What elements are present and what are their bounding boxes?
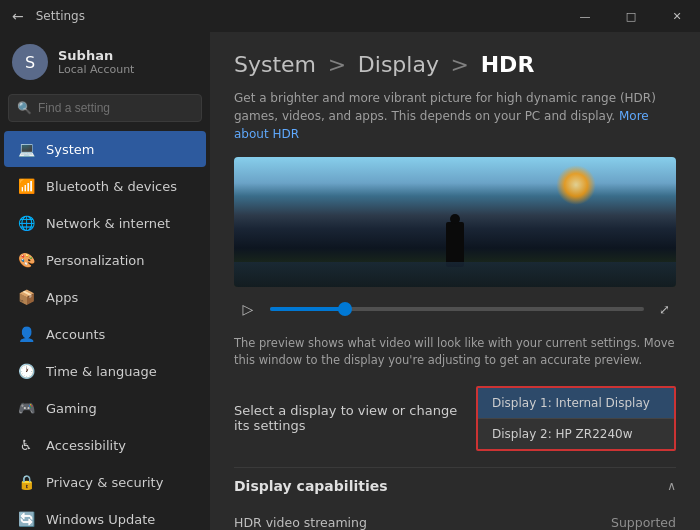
nav-list: 💻 System 📶 Bluetooth & devices 🌐 Network… xyxy=(0,130,210,530)
search-icon: 🔍 xyxy=(17,101,32,115)
user-name: Subhan xyxy=(58,48,134,63)
nav-label-network: Network & internet xyxy=(46,216,170,231)
preview-container xyxy=(234,157,676,287)
progress-handle[interactable] xyxy=(338,302,352,316)
nav-label-update: Windows Update xyxy=(46,512,155,527)
fullscreen-button[interactable]: ⤢ xyxy=(654,299,674,319)
nav-label-accessibility: Accessibility xyxy=(46,438,126,453)
sidebar-item-privacy[interactable]: 🔒 Privacy & security xyxy=(4,464,206,500)
sidebar-item-accounts[interactable]: 👤 Accounts xyxy=(4,316,206,352)
sidebar-item-bluetooth[interactable]: 📶 Bluetooth & devices xyxy=(4,168,206,204)
display-option-1[interactable]: Display 1: Internal Display xyxy=(478,388,674,419)
nav-icon-time: 🕐 xyxy=(16,361,36,381)
capabilities-section-header: Display capabilities ∧ xyxy=(234,467,676,502)
breadcrumb: System > Display > HDR xyxy=(234,52,676,77)
title-bar-controls: — □ ✕ xyxy=(562,0,700,32)
video-controls: ▷ ⤢ xyxy=(234,297,676,321)
nav-icon-network: 🌐 xyxy=(16,213,36,233)
content-area: System > Display > HDR Get a brighter an… xyxy=(210,32,700,530)
nav-icon-bluetooth: 📶 xyxy=(16,176,36,196)
display-option-2[interactable]: Display 2: HP ZR2240w xyxy=(478,419,674,449)
cap-label: HDR video streaming xyxy=(234,515,367,530)
close-button[interactable]: ✕ xyxy=(654,0,700,32)
play-button[interactable]: ▷ xyxy=(236,297,260,321)
capability-row: HDR video streaming Supported xyxy=(234,510,676,531)
sidebar-item-system[interactable]: 💻 System xyxy=(4,131,206,167)
nav-label-apps: Apps xyxy=(46,290,78,305)
main-layout: S Subhan Local Account 🔍 💻 System 📶 Blue… xyxy=(0,32,700,530)
select-display-row: Select a display to view or change its s… xyxy=(234,386,676,451)
cap-value: Supported xyxy=(611,515,676,530)
nav-icon-apps: 📦 xyxy=(16,287,36,307)
user-subtitle: Local Account xyxy=(58,63,134,76)
sidebar-item-personalization[interactable]: 🎨 Personalization xyxy=(4,242,206,278)
nav-icon-accounts: 👤 xyxy=(16,324,36,344)
search-container[interactable]: 🔍 xyxy=(8,94,202,122)
nav-icon-accessibility: ♿ xyxy=(16,435,36,455)
progress-bar[interactable] xyxy=(270,307,644,311)
capability-rows: HDR video streaming Supported Use HDR No… xyxy=(234,510,676,531)
nav-icon-update: 🔄 xyxy=(16,509,36,529)
nav-label-personalization: Personalization xyxy=(46,253,145,268)
description-text: Get a brighter and more vibrant picture … xyxy=(234,91,656,123)
title-bar-left: ← Settings xyxy=(12,8,85,24)
nav-label-privacy: Privacy & security xyxy=(46,475,163,490)
breadcrumb-current: HDR xyxy=(481,52,535,77)
nav-label-system: System xyxy=(46,142,94,157)
minimize-button[interactable]: — xyxy=(562,0,608,32)
preview-note: The preview shows what video will look l… xyxy=(234,335,676,370)
sidebar-item-gaming[interactable]: 🎮 Gaming xyxy=(4,390,206,426)
nav-label-bluetooth: Bluetooth & devices xyxy=(46,179,177,194)
avatar: S xyxy=(12,44,48,80)
user-info: Subhan Local Account xyxy=(58,48,134,76)
sidebar-item-network[interactable]: 🌐 Network & internet xyxy=(4,205,206,241)
progress-fill xyxy=(270,307,345,311)
breadcrumb-sep2: > xyxy=(451,52,469,77)
sidebar-item-apps[interactable]: 📦 Apps xyxy=(4,279,206,315)
window-title: Settings xyxy=(36,9,85,23)
preview-sun xyxy=(556,165,596,205)
maximize-button[interactable]: □ xyxy=(608,0,654,32)
capabilities-title: Display capabilities xyxy=(234,478,388,494)
back-icon[interactable]: ← xyxy=(12,8,24,24)
nav-icon-system: 💻 xyxy=(16,139,36,159)
capabilities-chevron[interactable]: ∧ xyxy=(667,479,676,493)
sidebar-item-accessibility[interactable]: ♿ Accessibility xyxy=(4,427,206,463)
nav-icon-personalization: 🎨 xyxy=(16,250,36,270)
description: Get a brighter and more vibrant picture … xyxy=(234,89,676,143)
sidebar: S Subhan Local Account 🔍 💻 System 📶 Blue… xyxy=(0,32,210,530)
breadcrumb-system: System xyxy=(234,52,316,77)
user-profile: S Subhan Local Account xyxy=(0,32,210,90)
preview-image xyxy=(234,157,676,287)
nav-label-time: Time & language xyxy=(46,364,157,379)
display-options: Display 1: Internal Display Display 2: H… xyxy=(476,386,676,451)
preview-person xyxy=(446,222,464,267)
nav-icon-gaming: 🎮 xyxy=(16,398,36,418)
preview-water xyxy=(234,262,676,287)
breadcrumb-sep1: > xyxy=(328,52,346,77)
nav-label-accounts: Accounts xyxy=(46,327,105,342)
sidebar-item-time[interactable]: 🕐 Time & language xyxy=(4,353,206,389)
select-display-label: Select a display to view or change its s… xyxy=(234,386,476,451)
breadcrumb-display: Display xyxy=(358,52,439,77)
sidebar-item-update[interactable]: 🔄 Windows Update xyxy=(4,501,206,530)
search-input[interactable] xyxy=(38,101,193,115)
title-bar: ← Settings — □ ✕ xyxy=(0,0,700,32)
nav-label-gaming: Gaming xyxy=(46,401,97,416)
nav-icon-privacy: 🔒 xyxy=(16,472,36,492)
